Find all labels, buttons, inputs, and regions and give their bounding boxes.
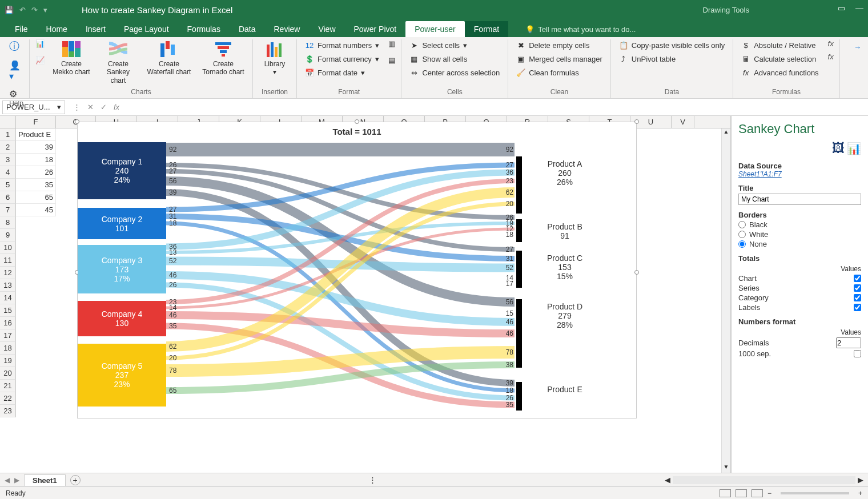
row-header[interactable]: 5: [0, 179, 16, 191]
zoom-in-icon[interactable]: +: [858, 489, 862, 497]
tab-formulas[interactable]: Formulas: [178, 21, 230, 37]
cell[interactable]: 45: [16, 204, 56, 216]
cell[interactable]: 39: [16, 141, 56, 154]
format-numbers-button[interactable]: 12Format numbers ▾: [303, 39, 381, 51]
create-mekko-button[interactable]: CreateMekko chart: [51, 39, 91, 77]
hscroll-left-icon[interactable]: ◀: [665, 476, 670, 484]
row-header[interactable]: 23: [0, 405, 16, 417]
tab-file[interactable]: File: [6, 21, 37, 37]
fx-small-icon[interactable]: fx: [828, 39, 834, 48]
row-header[interactable]: 1: [0, 128, 16, 141]
row-header[interactable]: 7: [0, 204, 16, 216]
row-header[interactable]: 4: [0, 166, 16, 179]
row-header[interactable]: 12: [0, 267, 16, 279]
row-header[interactable]: 18: [0, 342, 16, 355]
row-header[interactable]: 8: [0, 216, 16, 229]
scroll-up-icon[interactable]: ▲: [722, 128, 730, 138]
page-break-view-icon[interactable]: [752, 489, 763, 497]
border-white-radio[interactable]: White: [738, 230, 861, 239]
row-header[interactable]: 10: [0, 242, 16, 254]
thousand-sep-checkbox[interactable]: [854, 350, 861, 357]
row-header[interactable]: 11: [0, 254, 16, 267]
sheet-nav-prev-icon[interactable]: ◀: [5, 476, 10, 484]
sankey-source-block[interactable]: Company 2101: [78, 208, 166, 239]
row-header[interactable]: 21: [0, 380, 16, 392]
clean-formulas-button[interactable]: 🧹Clean formulas: [514, 67, 605, 78]
center-across-button[interactable]: ⇔Center across selection: [407, 67, 502, 78]
select-all-corner[interactable]: [0, 116, 16, 128]
sankey-source-block[interactable]: Company 523723%: [78, 344, 166, 407]
row-header[interactable]: 22: [0, 392, 16, 405]
decimals-input[interactable]: [836, 337, 861, 348]
sheet-nav-next-icon[interactable]: ▶: [14, 476, 19, 484]
chart-title-input[interactable]: [738, 194, 861, 205]
column-header[interactable]: F: [16, 116, 56, 128]
chart-icon[interactable]: 📊: [847, 142, 861, 155]
create-sankey-button[interactable]: CreateSankey chart: [98, 39, 138, 84]
calc-selection-button[interactable]: 🖩Calculate selection: [739, 53, 821, 65]
cell[interactable]: 18: [16, 154, 56, 166]
sankey-chart-object[interactable]: Total = 1011 Company 124024%9226275639Co…: [77, 122, 637, 418]
row-header[interactable]: 20: [0, 367, 16, 380]
undo-icon[interactable]: ↶: [19, 6, 26, 14]
tab-view[interactable]: View: [309, 21, 344, 37]
totals-series-checkbox[interactable]: [854, 284, 861, 292]
row-header[interactable]: 19: [0, 355, 16, 367]
sheet-tab-sheet1[interactable]: Sheet1: [24, 474, 66, 486]
gear-icon[interactable]: ⚙: [9, 88, 17, 99]
delete-empty-button[interactable]: ✖Delete empty cells: [514, 39, 605, 51]
cell[interactable]: 65: [16, 191, 56, 204]
minimize-icon[interactable]: —: [855, 3, 863, 13]
sankey-source-block[interactable]: Company 124024%: [78, 142, 166, 199]
user-icon[interactable]: 👤▾: [9, 60, 23, 82]
col-width-icon[interactable]: ▥: [388, 39, 395, 48]
page-layout-view-icon[interactable]: [736, 489, 747, 497]
accept-formula-icon[interactable]: ✓: [101, 103, 107, 111]
totals-chart-checkbox[interactable]: [854, 275, 861, 282]
tab-review[interactable]: Review: [265, 21, 310, 37]
border-none-radio[interactable]: None: [738, 240, 861, 248]
scroll-down-icon[interactable]: ▼: [722, 464, 730, 473]
redo-icon[interactable]: ↷: [31, 6, 38, 14]
tab-data[interactable]: Data: [230, 21, 265, 37]
cell[interactable]: 35: [16, 179, 56, 191]
row-header[interactable]: 3: [0, 154, 16, 166]
library-button[interactable]: Library▾: [259, 39, 291, 77]
row-header[interactable]: 2: [0, 141, 16, 154]
tab-insert[interactable]: Insert: [77, 21, 115, 37]
row-header[interactable]: 17: [0, 329, 16, 342]
qat-dropdown-icon[interactable]: ▾: [43, 6, 47, 14]
copy-visible-button[interactable]: 📋Copy-paste visible cells only: [617, 39, 727, 51]
format-date-button[interactable]: 📅Format date ▾: [303, 67, 381, 78]
formula-input[interactable]: [125, 100, 868, 114]
tab-home[interactable]: Home: [37, 21, 77, 37]
ribbon-options-icon[interactable]: ▭: [838, 3, 845, 13]
show-all-cells-button[interactable]: ▦Show all cells: [407, 53, 502, 65]
ribbon-overflow-icon[interactable]: →: [850, 39, 865, 98]
vertical-scrollbar[interactable]: ▲ ▼: [721, 128, 730, 473]
easel-icon[interactable]: 🖼: [832, 141, 845, 155]
save-icon[interactable]: 💾: [5, 6, 14, 14]
tab-format[interactable]: Format: [465, 21, 508, 37]
column-header[interactable]: V: [672, 116, 694, 128]
advanced-functions-button[interactable]: fxAdvanced functions: [739, 67, 821, 78]
zoom-out-icon[interactable]: −: [767, 489, 771, 497]
row-header[interactable]: 15: [0, 304, 16, 317]
unpivot-button[interactable]: ⤴UnPivot table: [617, 53, 727, 65]
cell[interactable]: 26: [16, 166, 56, 179]
border-black-radio[interactable]: Black: [738, 220, 861, 229]
select-cells-button[interactable]: ➤Select cells ▾: [407, 39, 502, 51]
normal-view-icon[interactable]: [720, 489, 731, 497]
row-header[interactable]: 14: [0, 292, 16, 304]
sankey-source-block[interactable]: Company 4130: [78, 301, 166, 336]
worksheet-grid[interactable]: FGHIJKLMNOPQRSTUV 1234567891011121314151…: [0, 116, 731, 473]
create-tornado-button[interactable]: CreateTornado chart: [200, 39, 247, 77]
cell[interactable]: Product E: [16, 128, 56, 141]
add-sheet-button[interactable]: +: [70, 475, 81, 485]
chevron-down-icon[interactable]: ▾: [57, 103, 61, 111]
hscroll-right-icon[interactable]: ▶: [858, 476, 863, 484]
merged-manager-button[interactable]: ▣Merged cells manager: [514, 53, 605, 65]
data-source-link[interactable]: Sheet1'!A1:F7: [738, 170, 861, 178]
chart-insert-icon[interactable]: 📊: [35, 39, 45, 48]
horizontal-scrollbar[interactable]: [673, 476, 855, 484]
